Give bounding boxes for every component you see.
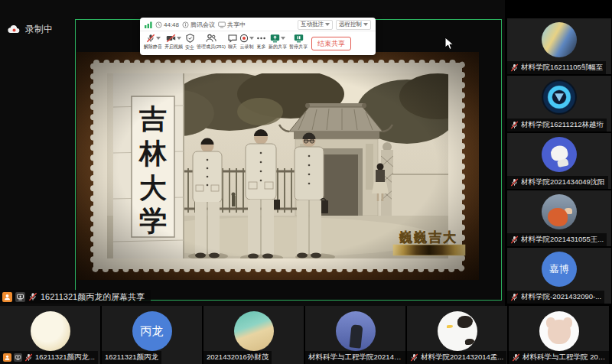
mic-muted-icon bbox=[24, 353, 33, 362]
avatar-initials: 嘉博 bbox=[542, 252, 577, 287]
pause-share-icon bbox=[294, 34, 304, 43]
host-badge-icon bbox=[3, 353, 11, 362]
manage-members-button[interactable]: 管理成员(251) bbox=[197, 34, 226, 50]
meeting-duration: 44:48 bbox=[155, 21, 179, 28]
shared-video-old-photo: 吉 林 大 学 bbox=[76, 52, 479, 280]
avatar-moon bbox=[31, 311, 70, 351]
mic-muted-icon bbox=[510, 293, 519, 301]
cloud-recording-icon bbox=[8, 24, 21, 34]
participant-tile-yanbinglong-share[interactable]: 16211321颜丙龙... bbox=[0, 306, 100, 364]
new-share-button[interactable]: 新的共享 bbox=[269, 34, 287, 50]
participant-tile-suncaimao[interactable]: 2021432016孙财茂 bbox=[203, 306, 304, 364]
shared-screen-region: 吉 林 大 学 bbox=[75, 19, 502, 301]
avatar-astronaut bbox=[542, 137, 577, 172]
avatar-bear-cartoon bbox=[539, 311, 579, 351]
participant-name-bar: 材料科学与工程学院2021432... bbox=[305, 351, 405, 364]
annotation-dropdown[interactable]: 互动批注 bbox=[298, 20, 333, 30]
chevron-down-icon[interactable] bbox=[281, 37, 285, 40]
pause-share-button[interactable]: 暂停共享 bbox=[289, 34, 308, 50]
meeting-toolbar: 44:48 腾讯会议 共享中 互动批注 远程控制 bbox=[140, 18, 376, 55]
more-dots-icon bbox=[256, 34, 266, 43]
participant-tile-meng[interactable]: 材料学院2021432014孟... bbox=[407, 306, 507, 364]
participant-name-bar: 材料学院16211105邹幅至 bbox=[507, 61, 606, 74]
clock-icon bbox=[155, 21, 162, 28]
participant-name: 2021432016孙财茂 bbox=[207, 353, 269, 362]
mic-muted-icon bbox=[410, 353, 418, 362]
participant-name-bar: 2021432016孙财茂 bbox=[203, 351, 272, 364]
remote-control-dropdown[interactable]: 远程控制 bbox=[336, 20, 371, 30]
avatar-anime-girl bbox=[542, 22, 577, 57]
participant-name: 材料学院-2021432090-... bbox=[521, 292, 601, 302]
chevron-down-icon[interactable] bbox=[249, 37, 254, 40]
share-owner-label: 16211321颜丙龙的屏幕共享 bbox=[41, 291, 145, 303]
screen-share-status-bar: 16211321颜丙龙的屏幕共享 bbox=[0, 290, 151, 304]
participant-tile-mse-202[interactable]: 材料科学与工程学院 202... bbox=[509, 306, 609, 364]
participant-name-bar: 材料学院2021434049沈阳 bbox=[507, 176, 608, 189]
info-icon bbox=[182, 21, 189, 28]
participant-name-bar: 16211321颜丙龙 bbox=[102, 351, 161, 364]
participant-name: 材料学院16211105邹幅至 bbox=[521, 63, 603, 73]
participant-tile-mse-2021432[interactable]: 材料科学与工程学院2021432... bbox=[305, 306, 405, 364]
avatar-arc-reactor bbox=[542, 80, 577, 115]
participant-name-bar: 材料学院2021431055王... bbox=[507, 233, 607, 246]
record-icon bbox=[239, 34, 249, 43]
chat-icon bbox=[228, 34, 237, 43]
avatar-person-photo bbox=[336, 311, 376, 351]
participant-name: 材料科学与工程学院 202... bbox=[522, 353, 606, 362]
new-share-icon bbox=[270, 34, 280, 43]
participant-name-bar: 材料学院-2021432090-... bbox=[507, 291, 604, 304]
monitor-icon bbox=[218, 21, 226, 28]
avatar-beach-photo bbox=[234, 311, 274, 351]
participant-name: 16211321颜丙龙 bbox=[105, 353, 158, 362]
mouse-cursor bbox=[444, 37, 454, 50]
recording-label: 录制中 bbox=[25, 23, 53, 36]
chevron-down-icon bbox=[325, 23, 330, 26]
chevron-down-icon[interactable] bbox=[177, 37, 181, 40]
participant-tile-yanbinglong[interactable]: 丙龙 16211321颜丙龙 bbox=[102, 306, 202, 364]
mic-muted-icon bbox=[510, 63, 519, 72]
avatar-initials: 丙龙 bbox=[132, 311, 172, 351]
participant-name: 材料科学与工程学院2021432... bbox=[308, 353, 402, 362]
shield-icon bbox=[186, 34, 194, 43]
participant-tile-shenyang[interactable]: 材料学院2021434049沈阳 bbox=[507, 133, 611, 189]
host-badge-icon bbox=[2, 292, 12, 302]
participant-name-bar: 材料科学与工程学院 202... bbox=[509, 351, 609, 364]
mic-muted-icon bbox=[512, 353, 520, 362]
network-signal-icon bbox=[145, 21, 152, 28]
participant-tile-zoufuzhi[interactable]: 材料学院16211105邹幅至 bbox=[507, 18, 611, 74]
toolbar-status-row: 44:48 腾讯会议 共享中 互动批注 远程控制 bbox=[140, 18, 376, 31]
participant-name: 材料学院16211212林越珩 bbox=[521, 120, 604, 130]
participant-name: 材料学院2021432014孟... bbox=[421, 353, 503, 362]
participant-tile-linyueheng[interactable]: 材料学院16211212林越珩 bbox=[507, 76, 611, 132]
participant-tile-wang[interactable]: 材料学院2021431055王... bbox=[507, 190, 611, 246]
avatar-cat-cartoon bbox=[438, 311, 477, 351]
participant-name: 材料学院2021434049沈阳 bbox=[521, 177, 605, 187]
chat-button[interactable]: 聊天 bbox=[228, 34, 237, 50]
end-share-button[interactable]: 结束共享 bbox=[311, 37, 351, 50]
mic-muted-icon bbox=[510, 121, 519, 129]
avatar-anime-redhair bbox=[542, 194, 577, 229]
unmute-button[interactable]: 解除静音 bbox=[144, 34, 162, 50]
start-video-button[interactable]: 开启视频 bbox=[164, 34, 183, 50]
brand-label: 腾讯会议 bbox=[182, 21, 215, 29]
chevron-down-icon[interactable] bbox=[156, 37, 161, 40]
mic-muted-icon bbox=[28, 292, 37, 301]
more-button[interactable]: 更多 bbox=[256, 34, 266, 50]
share-status: 共享中 bbox=[218, 21, 246, 29]
screen-share-badge-icon bbox=[15, 292, 25, 302]
mic-muted-icon bbox=[510, 236, 519, 244]
people-icon bbox=[206, 34, 216, 43]
cloud-record-button[interactable]: 云录制 bbox=[239, 34, 254, 50]
participant-name: 16211321颜丙龙... bbox=[35, 353, 95, 362]
chevron-down-icon bbox=[363, 23, 368, 26]
participant-name-bar: 16211321颜丙龙... bbox=[0, 351, 98, 364]
toolbar-actions-row: 解除静音 开启视频 安全 管理成员(251) bbox=[140, 31, 376, 55]
participant-tile-jiabo[interactable]: 嘉博 材料学院-2021432090-... bbox=[507, 248, 611, 304]
participant-name: 材料学院2021431055王... bbox=[521, 235, 604, 245]
security-button[interactable]: 安全 bbox=[185, 34, 194, 51]
meeting-window: 录制中 bbox=[0, 0, 612, 364]
participant-name-bar: 材料学院2021432014孟... bbox=[407, 351, 506, 364]
recording-indicator: 录制中 bbox=[8, 23, 53, 36]
participant-name-bar: 材料学院16211212林越珩 bbox=[507, 119, 607, 132]
screen-share-badge-icon bbox=[14, 353, 22, 362]
